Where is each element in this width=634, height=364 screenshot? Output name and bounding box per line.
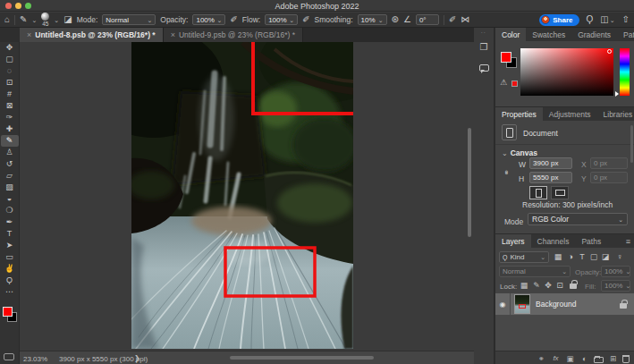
layer-fill-field[interactable]: 100% ⌄: [601, 280, 630, 292]
dodge-tool[interactable]: ❍: [1, 205, 19, 216]
filter-smart-objects-icon[interactable]: ◪: [600, 252, 611, 261]
saturation-brightness-field[interactable]: [520, 48, 613, 96]
tab-patterns[interactable]: Patterns: [617, 28, 634, 41]
export-share-icon[interactable]: ⇧: [622, 15, 630, 24]
pressure-size-icon[interactable]: ✐: [449, 15, 456, 24]
frame-tool[interactable]: ⊠: [1, 100, 19, 112]
layer-name[interactable]: Background: [536, 300, 576, 309]
canvas-vertical-scrollbar[interactable]: [468, 128, 471, 237]
gradient-tool[interactable]: ▨: [1, 182, 19, 193]
panel-menu-icon[interactable]: ≡: [626, 234, 634, 248]
brush-tool-preset-icon[interactable]: ✎: [20, 15, 27, 24]
layer-blend-mode-select[interactable]: Normal ⌄: [499, 266, 571, 277]
document-tab-untitled-9[interactable]: × Untitled-9.psb @ 23% (RGB/16*) *: [164, 28, 303, 42]
canvas-section-header[interactable]: ⌄Canvas: [502, 148, 537, 157]
blend-mode-select[interactable]: Normal ⌄: [102, 14, 156, 25]
width-field[interactable]: 3900 px: [529, 157, 572, 169]
tab-libraries[interactable]: Libraries: [597, 107, 634, 121]
portrait-orientation-button[interactable]: [529, 186, 547, 199]
chevron-down-icon[interactable]: ⌄: [54, 17, 59, 23]
tab-adjustments[interactable]: Adjustments: [543, 107, 597, 121]
airbrush-icon[interactable]: ✐: [302, 15, 309, 24]
link-layers-icon[interactable]: ⚭: [536, 354, 547, 363]
lock-position-icon[interactable]: ✥: [543, 281, 554, 290]
dock-grip-dots[interactable]: ∙∙: [474, 29, 494, 35]
pressure-opacity-icon[interactable]: ✐: [230, 15, 237, 24]
flow-select[interactable]: 100% ⌄: [265, 14, 298, 25]
filter-adjustment-layers-icon[interactable]: ◑: [565, 252, 576, 261]
rectangular-marquee-tool[interactable]: ▢: [1, 54, 19, 65]
smoothing-select[interactable]: 10% ⌄: [358, 14, 387, 25]
layer-row-background[interactable]: ◉ Background: [495, 293, 634, 315]
hand-tool[interactable]: ✌: [1, 263, 19, 275]
gamut-warning-icon[interactable]: ⚠: [500, 78, 507, 87]
gamut-warning-swatch[interactable]: [511, 80, 518, 87]
search-icon[interactable]: Ϙ: [587, 15, 594, 24]
tab-color[interactable]: Color: [495, 28, 526, 41]
brush-settings-panel-toggle-icon[interactable]: ◪: [63, 15, 72, 24]
canvas-area[interactable]: 23.03% 3900 px x 5550 px (300 ppi) ❯: [20, 42, 474, 364]
chevron-down-icon[interactable]: ⌄: [31, 17, 37, 23]
zoom-level[interactable]: 23.03%: [23, 355, 47, 363]
opacity-select[interactable]: 100% ⌄: [192, 14, 225, 25]
eraser-tool[interactable]: ▱: [1, 170, 19, 182]
layer-style-fx-icon[interactable]: fx: [550, 354, 562, 362]
layer-thumbnail[interactable]: [514, 294, 530, 314]
clone-stamp-tool[interactable]: ♙: [1, 147, 19, 158]
history-brush-tool[interactable]: ↺: [1, 158, 19, 170]
status-chevron-icon[interactable]: ❯: [134, 354, 140, 362]
hue-slider[interactable]: [620, 48, 630, 96]
new-adjustment-layer-icon[interactable]: ◐: [579, 354, 590, 363]
tab-properties[interactable]: Properties: [495, 107, 543, 121]
panel-scrollbar[interactable]: [630, 125, 633, 163]
constrain-proportions-icon[interactable]: ⚭: [502, 169, 511, 176]
tab-gradients[interactable]: Gradients: [571, 28, 617, 41]
zoom-tool[interactable]: Ϙ: [1, 275, 19, 286]
move-tool[interactable]: ✥: [1, 42, 19, 54]
screen-mode-icon[interactable]: [4, 353, 14, 360]
filter-pin-icon[interactable]: ♀: [614, 252, 625, 261]
close-tab-icon[interactable]: ×: [171, 30, 175, 39]
chevron-down-icon[interactable]: ⌄: [610, 17, 615, 23]
landscape-orientation-button[interactable]: [551, 186, 569, 199]
type-tool[interactable]: T: [1, 228, 19, 240]
workspace-switcher-icon[interactable]: ◫: [600, 15, 608, 24]
filter-shape-layers-icon[interactable]: ▢: [588, 252, 599, 261]
hue-slider-marker[interactable]: [615, 91, 619, 97]
edit-toolbar-button[interactable]: ⋯: [1, 286, 19, 298]
brush-tool[interactable]: ✎: [1, 135, 19, 147]
canvas-image[interactable]: [131, 42, 353, 349]
tab-layers[interactable]: Layers: [495, 234, 531, 248]
lock-transparent-pixels-icon[interactable]: ▦: [519, 281, 529, 290]
layer-visibility-eye-icon[interactable]: ◉: [495, 293, 511, 315]
filter-type-layers-icon[interactable]: T: [577, 252, 588, 261]
tab-paths[interactable]: Paths: [575, 234, 607, 248]
paint-symmetry-icon[interactable]: ⋈: [461, 15, 469, 24]
lock-image-pixels-icon[interactable]: ✎: [531, 281, 542, 290]
share-button[interactable]: Share: [539, 14, 579, 26]
new-layer-icon[interactable]: ⊞: [607, 354, 619, 363]
color-mode-select[interactable]: RGB Color ⌄: [528, 213, 628, 225]
foreground-color-swatch[interactable]: [3, 307, 13, 317]
add-layer-mask-icon[interactable]: ▣: [564, 354, 576, 363]
brush-angle-field[interactable]: 0°: [416, 14, 439, 25]
close-tab-icon[interactable]: ×: [27, 30, 31, 39]
lasso-tool[interactable]: ◌: [1, 65, 19, 77]
height-field[interactable]: 5550 px: [529, 172, 572, 183]
y-field[interactable]: 0 px: [590, 172, 628, 183]
comments-panel-icon[interactable]: [479, 64, 489, 72]
crop-tool[interactable]: #: [1, 89, 19, 100]
path-selection-tool[interactable]: ➤: [1, 240, 19, 251]
blur-tool[interactable]: ◒: [1, 193, 19, 205]
foreground-color-swatch[interactable]: [501, 52, 511, 63]
layer-locked-icon[interactable]: [620, 303, 627, 309]
layer-filter-select[interactable]: Ϙ Kind ⌄: [499, 251, 549, 263]
new-group-folder-icon[interactable]: [594, 357, 604, 363]
filter-pixel-layers-icon[interactable]: ▦: [553, 252, 563, 261]
tab-swatches[interactable]: Swatches: [526, 28, 571, 41]
healing-brush-tool[interactable]: ✚: [1, 123, 19, 135]
object-selection-tool[interactable]: ⊡: [1, 77, 19, 89]
history-panel-icon[interactable]: ❐: [474, 42, 494, 52]
brush-preset-picker[interactable]: 45: [41, 13, 49, 28]
tab-channels[interactable]: Channels: [531, 234, 576, 248]
